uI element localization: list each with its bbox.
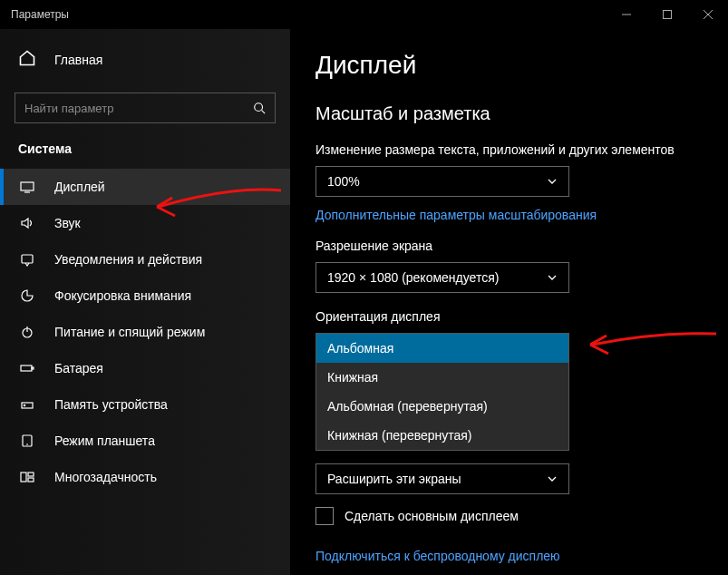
- home-icon: [18, 49, 36, 71]
- svg-rect-1: [663, 11, 671, 19]
- sidebar-item-label: Батарея: [54, 361, 103, 375]
- orientation-option[interactable]: Книжная: [316, 363, 568, 392]
- sidebar-item-label: Звук: [54, 216, 81, 230]
- sound-icon: [18, 216, 36, 230]
- notifications-icon: [18, 252, 36, 267]
- sidebar-item-label: Фокусировка внимания: [54, 288, 191, 303]
- svg-point-4: [255, 103, 263, 112]
- svg-point-14: [24, 404, 24, 405]
- sidebar-item-multitasking[interactable]: Многозадачность: [0, 459, 290, 495]
- sidebar-item-label: Режим планшета: [54, 434, 155, 448]
- search-box[interactable]: [15, 93, 276, 123]
- orientation-option[interactable]: Альбомная (перевернутая): [316, 392, 568, 421]
- multitasking-icon: [18, 470, 36, 484]
- multi-display-value: Расширить эти экраны: [327, 472, 547, 486]
- page-title: Дисплей: [315, 51, 703, 80]
- orientation-option[interactable]: Альбомная: [316, 334, 568, 363]
- display-icon: [18, 180, 36, 194]
- scale-label: Изменение размера текста, приложений и д…: [315, 142, 703, 157]
- close-button[interactable]: [687, 0, 728, 29]
- sidebar-item-label: Память устройства: [54, 397, 168, 412]
- sidebar-item-tablet[interactable]: Режим планшета: [0, 423, 290, 459]
- sidebar: Главная Система Дисплей Звук Уведомления…: [0, 29, 290, 575]
- sidebar-item-power[interactable]: Питание и спящий режим: [0, 314, 290, 350]
- focus-icon: [18, 288, 36, 303]
- sidebar-item-sound[interactable]: Звук: [0, 205, 290, 241]
- storage-icon: [18, 397, 36, 412]
- group-title: Масштаб и разметка: [315, 103, 703, 124]
- sidebar-item-focus[interactable]: Фокусировка внимания: [0, 278, 290, 314]
- svg-rect-17: [21, 473, 26, 482]
- orientation-dropdown-open[interactable]: Альбомная Книжная Альбомная (перевернута…: [315, 333, 569, 451]
- main-content: Дисплей Масштаб и разметка Изменение раз…: [290, 29, 728, 575]
- chevron-down-icon: [547, 473, 558, 484]
- svg-line-5: [262, 111, 266, 114]
- primary-display-checkbox[interactable]: [315, 507, 334, 525]
- tablet-icon: [18, 434, 36, 448]
- svg-rect-12: [32, 367, 34, 369]
- sidebar-item-label: Дисплей: [54, 180, 105, 194]
- scale-dropdown[interactable]: 100%: [315, 166, 569, 197]
- multi-display-dropdown[interactable]: Расширить эти экраны: [315, 463, 569, 494]
- sidebar-item-label: Многозадачность: [54, 470, 157, 484]
- resolution-dropdown[interactable]: 1920 × 1080 (рекомендуется): [315, 262, 569, 293]
- scale-advanced-link[interactable]: Дополнительные параметры масштабирования: [315, 208, 703, 222]
- resolution-value: 1920 × 1080 (рекомендуется): [327, 270, 547, 285]
- sidebar-item-label: Уведомления и действия: [54, 252, 202, 267]
- orientation-label: Ориентация дисплея: [315, 309, 703, 324]
- wireless-display-link[interactable]: Подключиться к беспроводному дисплею: [315, 549, 703, 563]
- svg-rect-19: [28, 478, 34, 482]
- section-title: Система: [0, 141, 290, 169]
- sidebar-item-display[interactable]: Дисплей: [0, 169, 290, 205]
- svg-rect-6: [21, 182, 34, 190]
- sidebar-item-notifications[interactable]: Уведомления и действия: [0, 241, 290, 278]
- maximize-button[interactable]: [646, 0, 687, 29]
- primary-display-label: Сделать основным дисплеем: [345, 509, 519, 523]
- battery-icon: [18, 361, 36, 375]
- chevron-down-icon: [547, 272, 558, 283]
- orientation-option[interactable]: Книжная (перевернутая): [316, 421, 568, 450]
- power-icon: [18, 325, 36, 339]
- scale-value: 100%: [327, 174, 547, 189]
- sidebar-item-storage[interactable]: Память устройства: [0, 386, 290, 423]
- svg-rect-11: [21, 365, 32, 371]
- svg-rect-18: [28, 473, 34, 476]
- chevron-down-icon: [547, 176, 558, 187]
- svg-rect-8: [22, 255, 33, 263]
- window-title: Параметры: [11, 8, 69, 21]
- search-icon: [253, 102, 266, 114]
- resolution-label: Разрешение экрана: [315, 239, 703, 253]
- minimize-button[interactable]: [606, 0, 646, 29]
- home-label: Главная: [54, 53, 102, 67]
- sidebar-home[interactable]: Главная: [0, 40, 290, 80]
- sidebar-item-label: Питание и спящий режим: [54, 325, 205, 339]
- search-input[interactable]: [24, 102, 253, 115]
- sidebar-item-battery[interactable]: Батарея: [0, 350, 290, 386]
